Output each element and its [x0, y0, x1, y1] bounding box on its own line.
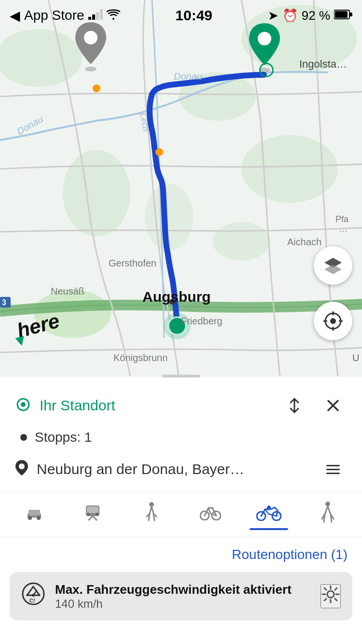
svg-point-58 [28, 516, 32, 520]
svg-point-64 [87, 513, 90, 516]
svg-point-65 [96, 513, 98, 516]
menu-button[interactable] [319, 455, 348, 484]
svg-text:Friedberg: Friedberg [181, 316, 223, 326]
bike-icon [200, 504, 221, 525]
svg-text:Neusäß: Neusäß [51, 286, 84, 296]
speed-warning-banner: C! Max. Fahrzeuggeschwindigkeit aktivier… [10, 572, 352, 620]
menu-line-1 [326, 465, 340, 466]
svg-text:Ingolsta…: Ingolsta… [299, 58, 347, 70]
start-icon [14, 397, 32, 414]
status-bar: ◀ App Store 10:49 ➤ ⏰ 92 % [0, 0, 362, 31]
svg-rect-57 [28, 510, 40, 516]
svg-point-4 [63, 150, 130, 237]
svg-point-10 [155, 148, 163, 156]
svg-line-63 [93, 516, 97, 520]
svg-marker-37 [324, 265, 342, 274]
speed-warning-icon: C! [21, 582, 45, 611]
svg-text:3: 3 [2, 298, 6, 307]
layers-button[interactable] [314, 246, 352, 285]
svg-rect-49 [349, 13, 352, 16]
svg-text:Aichach: Aichach [287, 237, 321, 247]
svg-text:…: … [339, 224, 348, 234]
navigation-arrow-icon: ➤ [268, 8, 278, 23]
svg-point-31 [85, 67, 97, 71]
svg-point-39 [330, 318, 336, 324]
swap-button[interactable] [280, 391, 309, 420]
svg-rect-47 [100, 9, 103, 20]
svg-text:Augsburg: Augsburg [142, 289, 211, 305]
speed-warning-title: Max. Fahrzeuggeschwindigkeit aktiviert [55, 582, 311, 597]
svg-text:Pfa: Pfa [335, 214, 349, 224]
route-options-row: Routenoptionen (1) [0, 537, 362, 572]
menu-line-2 [326, 469, 340, 470]
transport-walk[interactable] [127, 502, 176, 532]
signal-bars [88, 8, 103, 23]
my-location-button[interactable] [314, 302, 352, 340]
status-right: ➤ ⏰ 92 % [268, 8, 352, 23]
svg-text:C!: C! [29, 598, 35, 603]
route-info: Ihr Standort Stopps: 1 [0, 379, 362, 492]
speed-settings-button[interactable] [320, 584, 341, 608]
battery-icon [334, 8, 352, 23]
time-display: 10:49 [175, 7, 212, 24]
stops-label: Stopps: 1 [35, 430, 92, 445]
transport-moto[interactable] [245, 504, 293, 530]
svg-point-52 [21, 402, 26, 407]
svg-point-78 [32, 594, 35, 597]
svg-text:Königsbrunn: Königsbrunn [113, 352, 167, 363]
stop-dot [20, 434, 27, 441]
svg-point-56 [19, 463, 25, 469]
svg-point-8 [145, 183, 193, 251]
svg-rect-45 [92, 14, 95, 20]
back-arrow: ◀ [10, 8, 20, 24]
wifi-icon [107, 8, 120, 23]
svg-point-66 [149, 502, 154, 507]
svg-point-80 [327, 591, 334, 598]
transport-modes [0, 492, 362, 537]
start-label: Ihr Standort [40, 397, 272, 414]
svg-point-32 [84, 31, 97, 44]
current-position-ring [259, 63, 274, 77]
svg-line-62 [89, 516, 93, 520]
status-left: ◀ App Store [10, 8, 120, 24]
transport-bike[interactable] [186, 504, 235, 530]
bottom-panel: Ihr Standort Stopps: 1 [0, 379, 362, 630]
svg-point-59 [37, 516, 41, 520]
svg-rect-50 [335, 11, 348, 18]
drag-handle[interactable] [162, 375, 200, 378]
route-actions [280, 391, 348, 420]
route-options-button[interactable]: Routenoptionen (1) [232, 547, 348, 562]
svg-point-7 [212, 222, 270, 261]
transport-hike[interactable] [304, 502, 352, 532]
transport-car[interactable] [10, 504, 58, 530]
hike-icon [320, 502, 335, 527]
transit-icon [82, 504, 103, 525]
svg-rect-46 [96, 12, 99, 20]
speed-warning-text: Max. Fahrzeuggeschwindigkeit aktiviert 1… [55, 582, 311, 611]
active-indicator [250, 528, 288, 530]
svg-point-9 [93, 84, 100, 92]
walk-icon [144, 502, 159, 527]
car-icon [24, 504, 45, 525]
menu-line-3 [326, 473, 340, 474]
carrier-name: App Store [24, 8, 84, 23]
alarm-icon: ⏰ [282, 8, 298, 23]
svg-text:Donau: Donau [174, 71, 202, 82]
start-row: Ihr Standort [14, 391, 348, 420]
moto-icon [256, 504, 281, 525]
close-button[interactable] [319, 391, 348, 420]
svg-point-34 [258, 32, 271, 45]
battery-percent: 92 % [302, 8, 330, 23]
svg-rect-44 [88, 17, 91, 20]
transport-transit[interactable] [69, 504, 117, 530]
map-view[interactable]: Ingolsta… Augsburg Aichach Gersthofen Ne… [0, 0, 362, 377]
speed-warning-subtitle: 140 km/h [55, 597, 311, 611]
svg-rect-61 [87, 506, 98, 513]
dest-icon [14, 459, 29, 480]
destination-text: Neuburg an der Donau, Bayer… [37, 461, 311, 477]
svg-text:U: U [352, 352, 359, 363]
stop-row: Stopps: 1 [14, 430, 348, 445]
dest-row: Neuburg an der Donau, Bayer… [14, 455, 348, 484]
svg-text:Gersthofen: Gersthofen [109, 258, 156, 268]
